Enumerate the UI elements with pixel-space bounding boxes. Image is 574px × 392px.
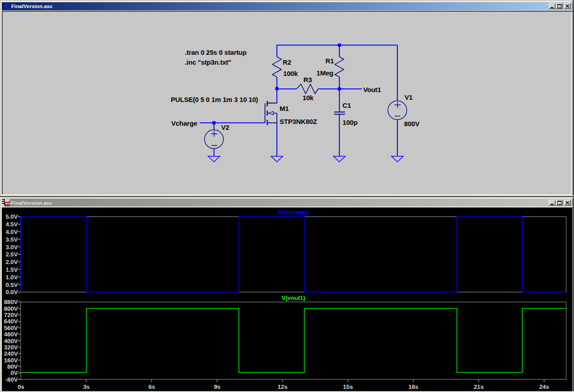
svg-text:12s: 12s <box>278 383 288 390</box>
svg-text:1.5V: 1.5V <box>6 266 18 273</box>
svg-text:4.5V: 4.5V <box>6 221 18 228</box>
svg-text:2.5V: 2.5V <box>6 251 18 258</box>
svg-text:10k: 10k <box>303 94 314 101</box>
svg-text:15s: 15s <box>343 383 353 390</box>
svg-text:3.0V: 3.0V <box>6 244 18 251</box>
svg-text:100p: 100p <box>343 119 357 126</box>
svg-text:0V: 0V <box>10 370 18 376</box>
svg-text:V2: V2 <box>221 123 229 131</box>
svg-text:PULSE(0 5 0 1m 1m 3 10 10): PULSE(0 5 0 1m 1m 3 10 10) <box>171 96 258 103</box>
svg-text:4.0V: 4.0V <box>6 229 18 235</box>
svg-text:.inc "stp3n.txt": .inc "stp3n.txt" <box>185 58 231 66</box>
svg-text:640V: 640V <box>4 318 18 325</box>
svg-text:880V: 880V <box>4 299 18 305</box>
svg-text:.tran 0 25s 0 startup: .tran 0 25s 0 startup <box>185 48 247 56</box>
svg-text:2.0V: 2.0V <box>6 259 18 265</box>
svg-text:R2: R2 <box>283 58 291 66</box>
svg-text:V(vout1): V(vout1) <box>282 295 305 301</box>
svg-text:Vout1: Vout1 <box>363 86 381 93</box>
svg-text:24s: 24s <box>539 383 549 390</box>
svg-text:80V: 80V <box>7 363 18 370</box>
svg-text:5.0V: 5.0V <box>6 213 18 220</box>
svg-text:0s: 0s <box>18 383 24 390</box>
svg-text:1.0V: 1.0V <box>6 274 18 281</box>
svg-text:400V: 400V <box>4 338 18 344</box>
svg-text:R1: R1 <box>325 57 334 65</box>
svg-text:6s: 6s <box>148 383 155 390</box>
svg-text:R3: R3 <box>303 76 312 84</box>
svg-text:240V: 240V <box>4 350 18 357</box>
svg-text:STP3NK80Z: STP3NK80Z <box>280 118 317 125</box>
svg-text:M1: M1 <box>280 105 289 112</box>
svg-text:0.5V: 0.5V <box>6 282 18 288</box>
svg-text:18s: 18s <box>409 383 418 390</box>
svg-text:160V: 160V <box>4 357 18 364</box>
svg-text:1Meg: 1Meg <box>316 69 334 77</box>
svg-text:9s: 9s <box>214 383 221 390</box>
svg-text:Vcharge: Vcharge <box>171 119 197 127</box>
svg-text:V(vcharge): V(vcharge) <box>278 209 309 216</box>
svg-text:480V: 480V <box>4 331 18 338</box>
svg-text:21s: 21s <box>474 383 484 390</box>
svg-text:100k: 100k <box>283 70 298 77</box>
svg-text:720V: 720V <box>4 312 18 318</box>
svg-text:560V: 560V <box>4 325 18 331</box>
svg-text:-80V: -80V <box>5 376 18 383</box>
svg-text:800V: 800V <box>4 305 18 312</box>
svg-text:800V: 800V <box>404 120 419 128</box>
svg-text:320V: 320V <box>4 344 18 351</box>
svg-text:3s: 3s <box>83 383 90 390</box>
svg-text:C1: C1 <box>343 101 351 109</box>
svg-text:0.0V: 0.0V <box>6 289 18 295</box>
svg-text:3.5V: 3.5V <box>6 236 18 243</box>
svg-text:V1: V1 <box>405 93 413 101</box>
